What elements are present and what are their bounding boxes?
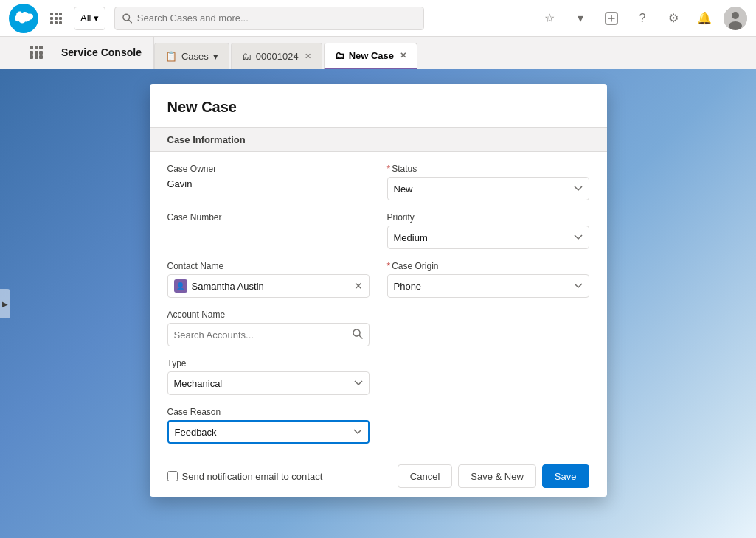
svg-rect-7	[55, 21, 58, 24]
account-name-input[interactable]	[174, 329, 348, 340]
user-avatar[interactable]	[724, 7, 747, 30]
svg-rect-22	[39, 51, 43, 55]
modal-title: New Case	[167, 99, 589, 116]
cancel-button[interactable]: Cancel	[398, 464, 452, 488]
notification-checkbox[interactable]	[167, 471, 178, 481]
contact-name-value: Samantha Austin	[192, 281, 350, 292]
svg-rect-1	[55, 13, 58, 15]
save-button[interactable]: Save	[542, 464, 589, 488]
modal-header: New Case	[150, 84, 607, 127]
notifications-button[interactable]: 🔔	[693, 7, 716, 30]
top-nav: All ▾ ☆ ▾ ? ⚙ 🔔	[0, 0, 756, 37]
svg-line-10	[129, 19, 132, 22]
svg-rect-25	[39, 55, 43, 59]
priority-field: Priority Low Medium High	[387, 212, 589, 249]
modal-footer: Send notification email to contact Cance…	[150, 455, 607, 497]
app-name: Service Console	[6, 36, 154, 69]
app-name-label: Service Console	[61, 46, 142, 58]
account-name-spacer	[387, 310, 589, 346]
notification-checkbox-label[interactable]: Send notification email to contact	[182, 471, 323, 482]
svg-rect-23	[30, 55, 33, 59]
new-case-modal: New Case Case Information Case Owner Gav…	[150, 84, 607, 497]
contact-icon: 👤	[174, 279, 187, 293]
contact-clear-button[interactable]: ✕	[354, 280, 363, 292]
account-name-field: Account Name	[167, 310, 370, 346]
tab-cases-label: Cases	[181, 51, 209, 62]
priority-label: Priority	[387, 212, 589, 223]
section-header: Case Information	[150, 127, 607, 152]
case-number-value	[167, 226, 370, 240]
form-row-5: Type Mechanical Electrical Other	[167, 358, 589, 395]
global-search-bar[interactable]	[114, 7, 424, 30]
favorites-button[interactable]: ☆	[538, 7, 561, 30]
svg-rect-24	[35, 55, 38, 59]
svg-rect-6	[50, 21, 53, 24]
svg-rect-0	[50, 13, 53, 15]
tab-cases-dropdown-icon: ▾	[213, 51, 218, 62]
svg-point-16	[729, 21, 742, 30]
svg-line-27	[359, 335, 362, 338]
grid-icon[interactable]	[47, 10, 65, 27]
form-row-4: Account Name	[167, 310, 589, 346]
tab-new-case-icon: 🗂	[335, 50, 344, 61]
case-reason-select[interactable]: Feedback User Breakdown Performance	[167, 420, 370, 444]
tab-new-case[interactable]: 🗂 New Case ✕	[324, 43, 417, 69]
contact-name-input[interactable]: 👤 Samantha Austin ✕	[167, 274, 370, 298]
favorites-dropdown-button[interactable]: ▾	[569, 7, 592, 30]
modal-body: Case Owner Gavin * Status New Working Es…	[150, 152, 607, 455]
status-required-marker: *	[387, 164, 391, 174]
case-reason-spacer	[387, 407, 589, 444]
svg-rect-19	[39, 46, 43, 49]
svg-point-15	[732, 12, 739, 19]
salesforce-logo[interactable]	[9, 4, 38, 33]
tab-bar: Service Console 📋 Cases ▾ 🗂 00001024 ✕ 🗂…	[0, 37, 756, 69]
case-origin-label: * Case Origin	[387, 261, 589, 271]
tab-cases[interactable]: 📋 Cases ▾	[154, 43, 229, 69]
type-field: Type Mechanical Electrical Other	[167, 358, 370, 395]
tab-case-icon: 🗂	[242, 51, 252, 62]
case-owner-value: Gavin	[167, 177, 370, 191]
svg-rect-2	[59, 13, 62, 15]
tab-cases-icon: 📋	[165, 51, 177, 62]
sidebar-toggle[interactable]: ▶	[0, 289, 10, 318]
search-input[interactable]	[137, 13, 417, 24]
search-filter-select[interactable]: All ▾	[74, 7, 105, 30]
status-select[interactable]: New Working Escalated Closed	[387, 177, 589, 200]
form-row-3: Contact Name 👤 Samantha Austin ✕ * Case …	[167, 261, 589, 298]
tab-case-close-icon[interactable]: ✕	[305, 52, 311, 61]
contact-name-label: Contact Name	[167, 261, 370, 271]
priority-select[interactable]: Low Medium High	[387, 226, 589, 249]
nav-actions: ☆ ▾ ? ⚙ 🔔	[538, 7, 747, 30]
case-number-label: Case Number	[167, 212, 370, 223]
app-grid-icon	[18, 36, 55, 69]
status-field: * Status New Working Escalated Closed	[387, 164, 589, 200]
type-label: Type	[167, 358, 370, 368]
chevron-down-icon: ▾	[94, 13, 99, 24]
svg-rect-20	[30, 51, 33, 55]
form-row-6: Case Reason Feedback User Breakdown Perf…	[167, 407, 589, 444]
add-button[interactable]	[600, 7, 623, 30]
tab-new-case-close-icon[interactable]: ✕	[400, 51, 406, 60]
tab-case-label: 00001024	[256, 51, 299, 62]
account-name-search[interactable]	[167, 323, 370, 346]
help-button[interactable]: ?	[631, 7, 654, 30]
search-icon	[122, 13, 132, 24]
type-select[interactable]: Mechanical Electrical Other	[167, 371, 370, 395]
svg-rect-18	[35, 46, 38, 49]
svg-rect-21	[35, 51, 38, 55]
tab-00001024[interactable]: 🗂 00001024 ✕	[231, 43, 322, 69]
case-origin-select[interactable]: Phone Email Web	[387, 274, 589, 298]
notification-checkbox-wrap: Send notification email to contact	[167, 471, 392, 482]
svg-rect-3	[50, 17, 53, 20]
search-filter-label: All	[80, 13, 91, 24]
account-search-icon	[353, 329, 363, 341]
status-label: * Status	[387, 164, 589, 174]
settings-button[interactable]: ⚙	[662, 7, 685, 30]
case-origin-required-marker: *	[387, 261, 391, 271]
contact-name-field: Contact Name 👤 Samantha Austin ✕	[167, 261, 370, 298]
svg-rect-8	[59, 21, 62, 24]
save-and-new-button[interactable]: Save & New	[458, 464, 536, 488]
case-reason-field: Case Reason Feedback User Breakdown Perf…	[167, 407, 370, 444]
case-origin-field: * Case Origin Phone Email Web	[387, 261, 589, 298]
case-owner-field: Case Owner Gavin	[167, 164, 370, 200]
